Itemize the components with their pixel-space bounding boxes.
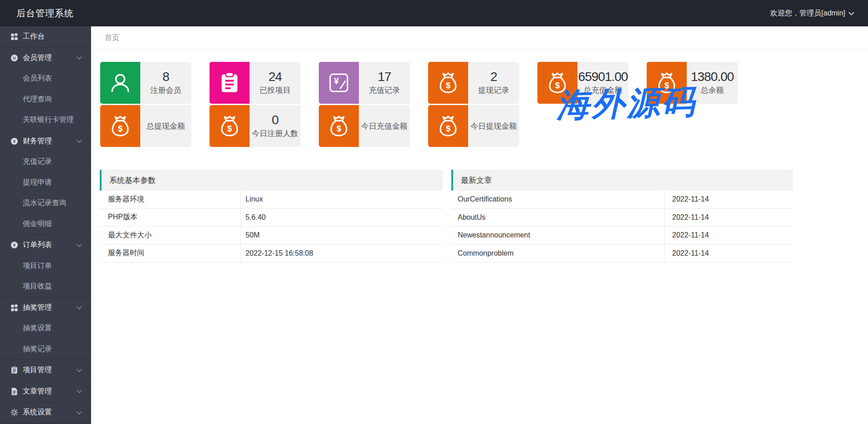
sidebar-section-workbench: 工作台 bbox=[0, 26, 91, 48]
sidebar-subitem-label: 项目收益 bbox=[23, 282, 52, 291]
chevron-down-icon bbox=[77, 304, 82, 309]
sidebar-subitem-label: 抽奖记录 bbox=[23, 344, 52, 354]
system-params-table: 服务器环境LinuxPHP版本5.6.40最大文件大小50M服务器时间2022-… bbox=[100, 191, 443, 262]
sidebar-item-label: 会员管理 bbox=[23, 53, 77, 63]
sidebar-section-lottery-management: 抽奖管理抽奖设置抽奖记录 bbox=[0, 298, 91, 360]
sidebar-subitem-project-orders[interactable]: 项目订单 bbox=[0, 256, 91, 277]
svg-text:¥: ¥ bbox=[13, 243, 15, 247]
stat-card-recharge-records: ¥17充值记录 bbox=[319, 62, 410, 104]
clipboard-icon bbox=[10, 366, 19, 374]
stats-row: 8注册会员$总提现金额24已投项目$0今日注册人数¥17充值记录$今日充值金额$… bbox=[91, 50, 868, 147]
stat-card-body: 0今日注册人数 bbox=[250, 105, 301, 147]
chevron-down-icon bbox=[77, 138, 82, 143]
sidebar-item-workbench[interactable]: 工作台 bbox=[0, 26, 91, 47]
param-label: 服务器时间 bbox=[100, 245, 241, 262]
stat-card-body: 24已投项目 bbox=[250, 62, 301, 104]
sidebar-section-article-management: 文章管理 bbox=[0, 381, 91, 403]
sidebar-subitem-label: 充值记录 bbox=[23, 157, 52, 167]
sidebar-subitem-lottery-records[interactable]: 抽奖记录 bbox=[0, 339, 91, 360]
sidebar-subitem-lottery-settings[interactable]: 抽奖设置 bbox=[0, 318, 91, 339]
stat-group-members: 8注册会员$总提现金额 bbox=[100, 62, 191, 147]
svg-text:$: $ bbox=[446, 124, 450, 133]
latest-articles-title: 最新文章 bbox=[451, 170, 793, 191]
stat-label: 今日提现金额 bbox=[470, 121, 517, 131]
document-icon bbox=[10, 387, 19, 396]
latest-articles-panel: 最新文章 OurCertifications2022-11-14AboutUs2… bbox=[451, 170, 793, 262]
sidebar-item-article-management[interactable]: 文章管理 bbox=[0, 381, 91, 402]
sidebar-subitem-commission-details[interactable]: 佣金明细 bbox=[0, 214, 91, 235]
sidebar-section-system-settings: 系统设置 bbox=[0, 402, 91, 424]
stat-group-total-balance: $1380.00总余额 bbox=[647, 62, 738, 147]
stat-card-body: 65901.00总充值金额 bbox=[577, 62, 628, 104]
param-label: PHP版本 bbox=[100, 209, 241, 227]
sidebar-section-member-management: V会员管理会员列表代理查询关联银行卡管理 bbox=[0, 48, 91, 131]
stat-card-body: 2提现记录 bbox=[468, 62, 519, 104]
param-label: 最大文件大小 bbox=[100, 227, 241, 244]
stat-card-body: 1380.00总余额 bbox=[687, 62, 738, 104]
stat-card-today-registrations: $0今日注册人数 bbox=[209, 105, 301, 147]
article-date: 2022-11-14 bbox=[664, 209, 793, 227]
user-icon bbox=[100, 62, 140, 104]
sidebar-item-lottery-management[interactable]: 抽奖管理 bbox=[0, 298, 91, 318]
sidebar-subitem-withdraw-application[interactable]: 提现申请 bbox=[0, 172, 91, 193]
article-title: Commonproblem bbox=[451, 245, 664, 262]
sidebar-subitem-recharge-records[interactable]: 充值记录 bbox=[0, 151, 91, 172]
stat-card-withdrawal-records: $2提现记录 bbox=[428, 62, 519, 104]
sidebar-item-order-list[interactable]: ¥订单列表 bbox=[0, 235, 91, 256]
stat-group-projects: 24已投项目$0今日注册人数 bbox=[209, 62, 301, 147]
chevron-down-icon bbox=[77, 242, 82, 247]
sidebar-item-project-management[interactable]: 项目管理 bbox=[0, 360, 91, 381]
svg-text:¥: ¥ bbox=[13, 139, 15, 143]
sidebar-subitem-agent-query[interactable]: 代理查询 bbox=[0, 89, 91, 110]
stat-label: 充值记录 bbox=[369, 85, 400, 96]
sidebar-subitem-flow-records-query[interactable]: 流水记录查询 bbox=[0, 193, 91, 214]
sidebar-subitem-label: 关联银行卡管理 bbox=[23, 115, 74, 125]
stat-card-invested-projects: 24已投项目 bbox=[209, 62, 301, 104]
sidebar-item-label: 财务管理 bbox=[23, 136, 77, 146]
sidebar-subitem-bank-card-management[interactable]: 关联银行卡管理 bbox=[0, 110, 91, 131]
sidebar-section-finance-management: ¥财务管理充值记录提现申请流水记录查询佣金明细 bbox=[0, 131, 91, 235]
article-row: OurCertifications2022-11-14 bbox=[451, 191, 793, 209]
main-content: 首页 8注册会员$总提现金额24已投项目$0今日注册人数¥17充值记录$今日充值… bbox=[91, 26, 868, 424]
param-value: 50M bbox=[241, 227, 443, 244]
stat-label: 总充值金额 bbox=[584, 85, 623, 96]
article-title: OurCertifications bbox=[451, 191, 664, 208]
article-row: Newestannouncement2022-11-14 bbox=[451, 227, 793, 245]
sidebar-item-label: 系统设置 bbox=[23, 408, 77, 417]
stat-card-total-recharge-amount: $65901.00总充值金额 bbox=[537, 62, 628, 104]
article-date: 2022-11-14 bbox=[664, 191, 793, 208]
stat-value: 1380.00 bbox=[691, 70, 734, 83]
sidebar-item-system-settings[interactable]: 系统设置 bbox=[0, 402, 91, 423]
moneybag-icon: $ bbox=[319, 105, 359, 147]
moneybag-icon: $ bbox=[428, 62, 468, 104]
yen-circle-icon: ¥ bbox=[10, 241, 19, 249]
sidebar-item-finance-management[interactable]: ¥财务管理 bbox=[0, 131, 91, 152]
sidebar-subitem-label: 提现申请 bbox=[23, 178, 52, 187]
stat-group-total-recharge: $65901.00总充值金额 bbox=[537, 62, 628, 147]
stat-value: 65901.00 bbox=[578, 70, 628, 83]
moneybag-icon: $ bbox=[100, 105, 140, 147]
sidebar-subitem-project-income[interactable]: 项目收益 bbox=[0, 276, 91, 297]
svg-text:$: $ bbox=[664, 81, 669, 90]
sidebar: 工作台V会员管理会员列表代理查询关联银行卡管理¥财务管理充值记录提现申请流水记录… bbox=[0, 26, 91, 424]
sidebar-subitem-member-list[interactable]: 会员列表 bbox=[0, 68, 91, 89]
chevron-down-icon bbox=[77, 55, 82, 60]
breadcrumb-home-link[interactable]: 首页 bbox=[105, 33, 119, 43]
param-value: 5.6.40 bbox=[241, 209, 443, 227]
stat-label: 今日充值金额 bbox=[361, 121, 408, 131]
user-menu[interactable]: 欢迎您，管理员[admin] bbox=[771, 9, 853, 18]
article-title: AboutUs bbox=[451, 209, 664, 227]
sidebar-subitem-label: 抽奖设置 bbox=[23, 323, 52, 333]
stat-label: 今日注册人数 bbox=[252, 128, 298, 139]
svg-text:$: $ bbox=[555, 81, 560, 90]
svg-text:$: $ bbox=[337, 124, 341, 133]
sidebar-item-label: 工作台 bbox=[23, 32, 81, 41]
moneybag-icon: $ bbox=[209, 105, 250, 147]
stat-label: 总提现金额 bbox=[147, 121, 185, 131]
param-value: 2022-12-15 16:58:08 bbox=[241, 245, 443, 262]
stat-card-registered-members: 8注册会员 bbox=[100, 62, 191, 104]
article-row: AboutUs2022-11-14 bbox=[451, 209, 793, 227]
user-welcome-text: 欢迎您，管理员[admin] bbox=[771, 9, 845, 18]
param-value: Linux bbox=[241, 191, 443, 208]
sidebar-item-member-management[interactable]: V会员管理 bbox=[0, 48, 91, 69]
